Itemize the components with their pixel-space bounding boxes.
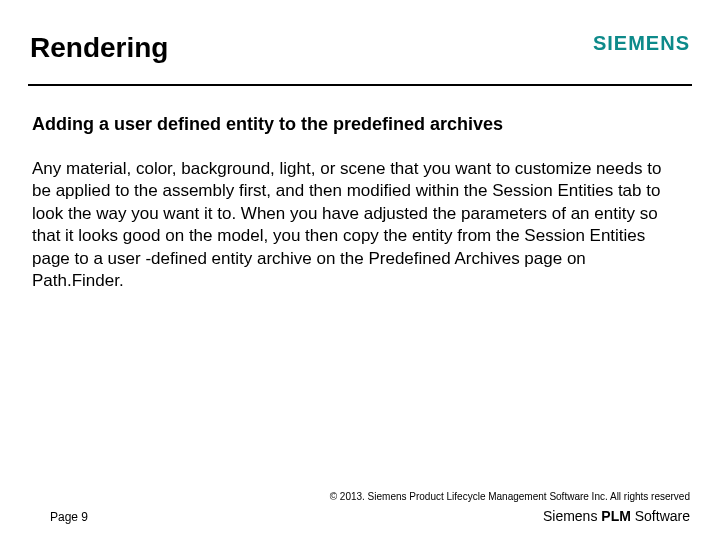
footer-brand: Siemens PLM Software bbox=[543, 508, 690, 524]
title-bar: Rendering SIEMENS bbox=[0, 26, 720, 82]
body-paragraph: Any material, color, background, light, … bbox=[32, 158, 682, 293]
slide: Rendering SIEMENS Adding a user defined … bbox=[0, 0, 720, 540]
footer-brand-suffix: Software bbox=[631, 508, 690, 524]
footer-brand-bold: PLM bbox=[601, 508, 631, 524]
brand-logo: SIEMENS bbox=[593, 32, 690, 55]
copyright-text: © 2013. Siemens Product Lifecycle Manage… bbox=[330, 491, 690, 502]
page-number: Page 9 bbox=[50, 510, 88, 524]
slide-title: Rendering bbox=[30, 32, 168, 64]
title-underline bbox=[28, 84, 692, 86]
footer-brand-prefix: Siemens bbox=[543, 508, 601, 524]
subtitle: Adding a user defined entity to the pred… bbox=[32, 114, 503, 135]
